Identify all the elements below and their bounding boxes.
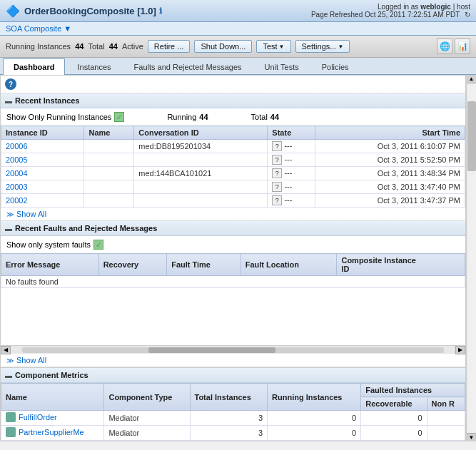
- host-label: host: [457, 3, 470, 11]
- faults-show-all-arrow-icon: ≫: [6, 357, 14, 364]
- component-total: 3: [190, 411, 268, 426]
- chart-icon-button[interactable]: 📊: [455, 39, 470, 54]
- collapse-icon[interactable]: ▬: [5, 97, 12, 105]
- faults-section-title: Recent Faults and Rejected Messages: [15, 224, 157, 232]
- running-checkbox[interactable]: ✓: [114, 112, 124, 122]
- system-faults-checkbox[interactable]: ✓: [93, 240, 103, 250]
- component-name: FulfillOrder: [1, 411, 104, 426]
- faults-table: Error Message Recovery Fault Time Fault …: [1, 253, 465, 288]
- col-error-message: Error Message: [1, 254, 99, 276]
- main-content: ? ▬ Recent Instances Show Only Running I…: [0, 75, 466, 441]
- metrics-header: ▬ Component Metrics: [1, 368, 465, 383]
- component-type: Mediator: [104, 411, 190, 426]
- metrics-table: Name Component Type Total Instances Runn…: [1, 383, 465, 441]
- table-row: 20003 ? --- Oct 3, 2011 3:47:40 PM: [1, 180, 465, 194]
- instance-id-link[interactable]: 20005: [6, 155, 28, 164]
- shutdown-button[interactable]: Shut Down...: [194, 40, 252, 53]
- metrics-col-type: Component Type: [104, 384, 190, 411]
- instances-show-all-row: ≫ Show All: [1, 208, 465, 220]
- vertical-scrollbar[interactable]: ▲ ▼: [466, 75, 476, 441]
- instance-conversation: [134, 180, 268, 194]
- tab-policies[interactable]: Policies: [311, 58, 360, 75]
- component-recoverable: 0: [361, 411, 427, 426]
- help-row: ?: [1, 76, 465, 93]
- running-value: 44: [199, 113, 208, 121]
- state-dots: ---: [284, 182, 292, 190]
- show-all-arrow-icon: ≫: [6, 210, 14, 218]
- col-fault-location: Fault Location: [240, 254, 337, 276]
- retire-button[interactable]: Retire ...: [148, 40, 191, 53]
- instance-conversation: [134, 153, 268, 167]
- state-dots: ---: [284, 168, 292, 177]
- col-composite-instance: Composite InstanceID: [337, 254, 465, 276]
- tab-faults[interactable]: Faults and Rejected Messages: [123, 58, 253, 75]
- vscroll-thumb[interactable]: [467, 101, 476, 171]
- refresh-icon[interactable]: ↻: [465, 11, 470, 19]
- total-label: Total: [251, 113, 268, 121]
- component-link[interactable]: FulfillOrder: [19, 413, 57, 421]
- globe-icon-button[interactable]: 🌐: [437, 39, 452, 54]
- scroll-down-arrow[interactable]: ▼: [467, 433, 477, 441]
- component-non-recoverable: [427, 411, 465, 426]
- state-dots: ---: [284, 155, 292, 163]
- instance-conversation: med:DB8195201034: [134, 140, 268, 153]
- section-title: Recent Instances: [15, 96, 79, 105]
- tab-instances[interactable]: Instances: [66, 58, 121, 75]
- tab-unit-tests[interactable]: Unit Tests: [254, 58, 310, 75]
- scroll-up-arrow[interactable]: ▲: [467, 75, 477, 83]
- metrics-header-row-1: Name Component Type Total Instances Runn…: [1, 384, 465, 397]
- scroll-thumb[interactable]: [148, 347, 275, 353]
- instances-filter-row: Show Only Running Instances ✓ Running 44…: [1, 108, 465, 126]
- col-state: State: [268, 126, 315, 140]
- scroll-right-arrow[interactable]: ▶: [455, 346, 465, 354]
- faults-show-all-link[interactable]: Show All: [16, 356, 46, 364]
- metrics-col-non-recoverable: Non R: [427, 397, 465, 411]
- instance-start-time: Oct 3, 2011 3:47:37 PM: [315, 194, 465, 208]
- horizontal-scrollbar[interactable]: ◀ ▶: [1, 345, 465, 354]
- settings-button[interactable]: Settings...: [295, 40, 350, 53]
- vscroll-track[interactable]: [467, 83, 476, 433]
- page-refreshed: Page Refreshed Oct 25, 2011 7:22:51 AM P…: [311, 11, 460, 19]
- metrics-col-total: Total Instances: [190, 384, 268, 411]
- tabs-row: Dashboard Instances Faults and Rejected …: [0, 58, 476, 75]
- col-instance-id: Instance ID: [1, 126, 84, 140]
- component-running: 0: [268, 411, 361, 426]
- faults-filter-row: Show only system faults ✓: [1, 236, 465, 253]
- instance-id-link[interactable]: 20002: [6, 196, 28, 205]
- table-row: 20005 ? --- Oct 3, 2011 5:52:50 PM: [1, 153, 465, 167]
- state-dots: ---: [284, 195, 292, 204]
- no-faults-cell: No faults found: [1, 276, 465, 288]
- instance-name: [84, 153, 134, 167]
- col-recovery: Recovery: [98, 254, 167, 276]
- instance-id-link[interactable]: 20006: [6, 142, 28, 150]
- tab-dashboard[interactable]: Dashboard: [3, 58, 65, 75]
- instance-id-link[interactable]: 20004: [6, 169, 28, 178]
- metrics-collapse-icon[interactable]: ▬: [5, 372, 12, 379]
- app-header: 🔷 OrderBookingComposite [1.0] ℹ Logged i…: [0, 0, 476, 22]
- col-conversation: Conversation ID: [134, 126, 268, 140]
- username: weblogic: [420, 3, 451, 11]
- help-icon[interactable]: ?: [5, 78, 16, 90]
- no-faults-row: No faults found: [1, 276, 465, 288]
- scroll-left-arrow[interactable]: ◀: [1, 346, 11, 354]
- info-icon[interactable]: ℹ: [159, 6, 162, 16]
- metrics-col-faulted: Faulted Instances: [361, 384, 465, 397]
- running-count-item: Running 44: [167, 113, 208, 121]
- scroll-track[interactable]: [22, 347, 444, 353]
- recent-instances-section: ▬ Recent Instances Show Only Running Ins…: [1, 93, 465, 221]
- instances-table: Instance ID Name Conversation ID State S…: [1, 126, 465, 208]
- faults-collapse-icon[interactable]: ▬: [5, 225, 12, 232]
- test-button[interactable]: Test: [256, 40, 290, 53]
- instances-header-row: Instance ID Name Conversation ID State S…: [1, 126, 465, 140]
- component-link[interactable]: PartnerSupplierMe: [19, 428, 84, 436]
- title-text: OrderBookingComposite [1.0]: [24, 6, 156, 16]
- content-area: ? ▬ Recent Instances Show Only Running I…: [0, 75, 466, 441]
- soa-composite-link[interactable]: SOA Composite ▼: [6, 24, 71, 33]
- component-name: PartnerSupplierMe: [1, 426, 104, 441]
- instance-id-link[interactable]: 20003: [6, 183, 28, 191]
- faults-show-all-row: ≫ Show All: [1, 354, 465, 367]
- state-icon: ?: [272, 168, 282, 178]
- main-wrapper: ? ▬ Recent Instances Show Only Running I…: [0, 75, 476, 441]
- instance-name: [84, 180, 134, 194]
- instances-show-all-link[interactable]: Show All: [16, 210, 46, 218]
